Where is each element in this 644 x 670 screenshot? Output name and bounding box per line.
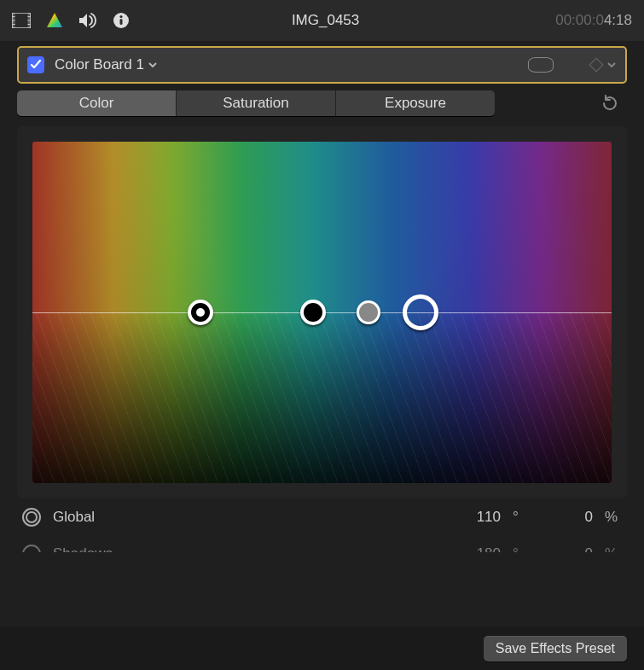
inspector-top-toolbar: IMG_0453 00:00:04:18 [0, 0, 644, 41]
color-board-frame [17, 126, 627, 498]
param-row-global: Global 110 ° 0 % [17, 498, 627, 535]
chevron-down-icon [148, 60, 158, 70]
color-board[interactable] [32, 142, 612, 483]
svg-point-12 [119, 15, 122, 18]
puck-midtones[interactable] [357, 300, 380, 324]
clip-timecode: 00:00:04:18 [555, 12, 632, 29]
param-hue-unit: ° [513, 545, 530, 552]
keyframe-controls [591, 60, 617, 70]
color-board-tabs-row: Color Saturation Exposure [0, 84, 644, 121]
effect-enable-checkbox[interactable] [27, 56, 44, 73]
param-pct-unit: % [605, 545, 622, 552]
color-inspector-icon[interactable] [46, 12, 63, 29]
param-pct-unit: % [605, 509, 622, 526]
inspector-tabs [12, 12, 130, 29]
param-hue-unit: ° [513, 509, 530, 526]
inspector-footer: Save Effects Preset [0, 627, 644, 670]
save-effects-preset-button[interactable]: Save Effects Preset [484, 636, 627, 661]
param-pct-value[interactable]: 0 [542, 545, 593, 552]
param-label: Global [53, 509, 438, 526]
effect-name-dropdown[interactable]: Color Board 1 [55, 56, 518, 73]
param-row-shadows: Shadows 180 ° 0 % [17, 535, 627, 552]
param-hue-value[interactable]: 180 [450, 545, 501, 552]
svg-rect-13 [120, 19, 123, 25]
color-board-params: Global 110 ° 0 % Shadows 180 ° 0 % [17, 498, 627, 552]
effect-header[interactable]: Color Board 1 [17, 46, 627, 84]
effect-name-label: Color Board 1 [55, 56, 144, 73]
tab-exposure[interactable]: Exposure [336, 90, 495, 116]
puck-global[interactable] [188, 300, 213, 325]
color-board-lower-hatch [32, 312, 612, 483]
info-inspector-icon[interactable] [113, 12, 130, 29]
param-icon-shadows[interactable] [22, 545, 41, 552]
tab-color[interactable]: Color [17, 90, 177, 116]
svg-marker-10 [47, 13, 62, 27]
puck-shadows[interactable] [300, 300, 326, 325]
puck-highlights[interactable] [403, 294, 438, 330]
param-hue-value[interactable]: 110 [450, 509, 501, 526]
video-inspector-icon[interactable] [12, 13, 31, 28]
color-board-segmented-control: Color Saturation Exposure [17, 90, 495, 116]
keyframe-menu-chevron-icon[interactable] [606, 60, 617, 70]
param-label: Shadows [53, 545, 438, 552]
audio-inspector-icon[interactable] [78, 13, 97, 28]
tab-saturation[interactable]: Saturation [177, 90, 336, 116]
clip-title: IMG_0453 [145, 12, 540, 29]
keyframe-diamond-icon[interactable] [589, 58, 604, 73]
param-icon-global[interactable] [22, 508, 41, 527]
reset-icon[interactable] [600, 94, 618, 113]
param-pct-value[interactable]: 0 [542, 509, 593, 526]
mask-indicator-icon[interactable] [528, 57, 554, 73]
